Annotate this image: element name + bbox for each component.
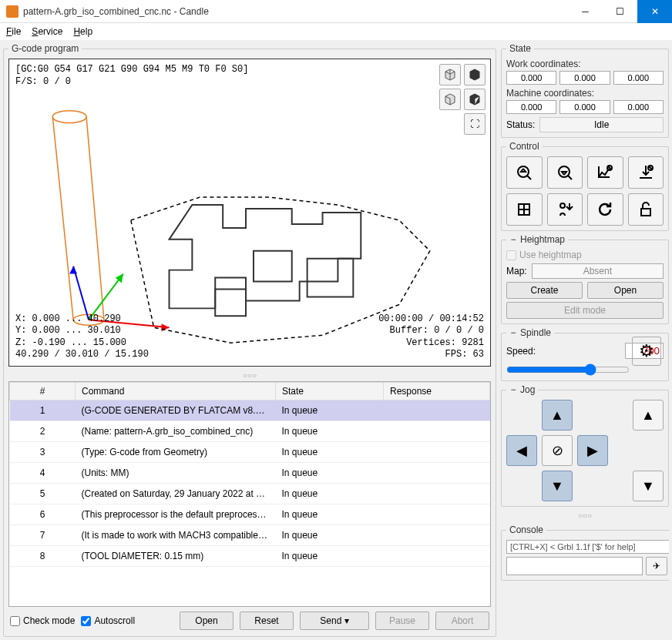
zero-z-button[interactable] (628, 156, 664, 189)
map-label: Map: (506, 266, 527, 276)
heightmap-edit-button[interactable]: Edit mode (506, 302, 664, 319)
home-button[interactable] (506, 156, 543, 189)
menu-help[interactable]: Help (73, 26, 92, 37)
reset-button-ctrl[interactable] (587, 193, 623, 226)
control-panel: Control (501, 141, 669, 231)
close-button[interactable]: ✕ (637, 0, 672, 23)
console-send-button[interactable]: ✈ (646, 557, 667, 575)
check-mode-checkbox[interactable]: Check mode (10, 615, 75, 626)
col-response[interactable]: Response (384, 383, 490, 400)
view-top-button[interactable] (464, 64, 486, 85)
safe-z-button[interactable] (547, 193, 583, 226)
abort-button[interactable]: Abort (435, 612, 489, 630)
table-row[interactable]: 6(This preprocessor is the default prepr… (10, 504, 490, 525)
jog-x-plus-button[interactable]: ▶ (577, 435, 608, 466)
view-fit-button[interactable]: ⛶ (464, 113, 486, 135)
unlock-button[interactable] (628, 193, 664, 226)
jog-panel: −Jog ▲ ▲ ◀ ⊘ ▶ ▼ ▼ (501, 384, 669, 507)
maximize-button[interactable]: ☐ (603, 0, 637, 23)
machine-x: 0.000 (506, 100, 556, 114)
console-output[interactable]: [CTRL+X] < Grbl 1.1f ['$' for help] (506, 540, 669, 554)
jog-z-minus-button[interactable]: ▼ (633, 471, 664, 501)
jog-z-plus-button[interactable]: ▲ (633, 400, 664, 431)
table-row[interactable]: 8(TOOL DIAMETER: 0.15 mm)In queue (10, 546, 490, 567)
fps-info: FPS: 63 (378, 349, 484, 361)
heightmap-open-button[interactable]: Open (587, 282, 664, 299)
heightmap-panel: −Heightmap Use heightmap Map: Absent Cre… (501, 234, 669, 324)
vertices-info: Vertices: 9281 (378, 337, 484, 350)
restore-origin-button[interactable] (506, 193, 543, 226)
svg-line-2 (52, 117, 73, 320)
bounds-x: X: 0.000 ... 40.290 (15, 313, 149, 326)
view-left-button[interactable] (464, 89, 486, 110)
use-heightmap-checkbox[interactable]: Use heightmap (506, 250, 664, 260)
view-front-button[interactable] (439, 89, 461, 110)
gcode-program-panel: G-code program [GC:G0 G54 G17 G21 G90 G9… (3, 43, 496, 637)
reset-button[interactable]: Reset (240, 612, 294, 630)
minimize-button[interactable]: ─ (568, 0, 603, 23)
svg-point-15 (560, 203, 565, 208)
heightmap-create-button[interactable]: Create (506, 282, 583, 299)
viewport-3d[interactable]: [GC:G0 G54 G17 G21 G90 G94 M5 M9 T0 F0 S… (8, 59, 491, 367)
pause-button[interactable]: Pause (375, 612, 429, 630)
buffer-info: Buffer: 0 / 0 / 0 (378, 325, 484, 337)
app-icon (6, 5, 18, 18)
send-button[interactable]: Send ▾ (300, 612, 369, 630)
work-coords-label: Work coordinates: (506, 59, 664, 69)
menu-file[interactable]: File (6, 26, 21, 37)
spindle-toggle-button[interactable]: ⚙ (632, 337, 661, 366)
machine-coords-label: Machine coordinates: (506, 88, 664, 99)
console-panel: Console [CTRL+X] < Grbl 1.1f ['$' for he… (501, 524, 669, 581)
map-value: Absent (532, 263, 664, 279)
view-iso-button[interactable] (439, 64, 461, 85)
time-estimate: 00:00:00 / 00:14:52 (378, 313, 484, 326)
speed-label: Speed: (506, 346, 620, 357)
splitter-handle[interactable]: ○○○ (8, 370, 491, 381)
z-probe-button[interactable] (547, 156, 583, 189)
bounds-y: Y: 0.000 ... 30.010 (15, 325, 149, 337)
work-z: 0.000 (613, 71, 664, 85)
svg-line-8 (73, 266, 89, 320)
speed-slider[interactable] (506, 364, 630, 376)
svg-marker-9 (69, 266, 77, 274)
splitter-handle-right[interactable]: ○○○ (501, 510, 669, 521)
table-row[interactable]: 1(G-CODE GENERATED BY FLATCAM v8.994 - w… (10, 400, 490, 421)
table-row[interactable]: 2(Name: pattern-A.grb_iso_combined_cnc)I… (10, 421, 490, 442)
gcode-table[interactable]: # Command State Response 1(G-CODE GENERA… (8, 381, 491, 607)
window-title: pattern-A.grb_iso_combined_cnc.nc - Cand… (23, 6, 568, 17)
gcode-legend: G-code program (8, 43, 82, 54)
spindle-panel: −Spindle Speed: ⚙ (501, 327, 669, 381)
titlebar: pattern-A.grb_iso_combined_cnc.nc - Cand… (0, 0, 672, 23)
table-row[interactable]: 3(Type: G-code from Geometry)In queue (10, 442, 490, 463)
status-label: Status: (506, 119, 535, 130)
jog-stop-button[interactable]: ⊘ (542, 435, 573, 466)
col-command[interactable]: Command (76, 383, 276, 400)
jog-x-minus-button[interactable]: ◀ (506, 435, 537, 466)
col-num[interactable]: # (10, 383, 76, 400)
table-row[interactable]: 5(Created on Saturday, 29 January 2022 a… (10, 484, 490, 504)
menu-service[interactable]: Service (32, 26, 62, 37)
machine-y: 0.000 (559, 100, 610, 114)
svg-line-3 (86, 117, 104, 320)
status-value: Idle (539, 117, 664, 132)
jog-y-plus-button[interactable]: ▲ (542, 400, 573, 431)
svg-point-0 (52, 111, 86, 123)
work-y: 0.000 (559, 71, 610, 85)
bounds-size: 40.290 / 30.010 / 15.190 (15, 349, 149, 361)
col-state[interactable]: State (276, 383, 384, 400)
svg-marker-5 (162, 323, 170, 331)
svg-rect-16 (641, 209, 650, 216)
bounds-z: Z: -0.190 ... 15.000 (15, 337, 149, 350)
jog-y-minus-button[interactable]: ▼ (542, 471, 573, 501)
table-row[interactable]: 7(It is made to work with MACH3 compatib… (10, 525, 490, 546)
work-x: 0.000 (506, 71, 556, 85)
table-row[interactable]: 4(Units: MM)In queue (10, 463, 490, 484)
open-button[interactable]: Open (180, 612, 234, 630)
console-input[interactable] (506, 557, 643, 575)
zero-xy-button[interactable] (587, 156, 623, 189)
autoscroll-checkbox[interactable]: Autoscroll (81, 615, 135, 626)
menubar: File Service Help (0, 23, 672, 40)
state-panel: State Work coordinates: 0.000 0.000 0.00… (501, 43, 669, 138)
machine-z: 0.000 (613, 100, 664, 114)
